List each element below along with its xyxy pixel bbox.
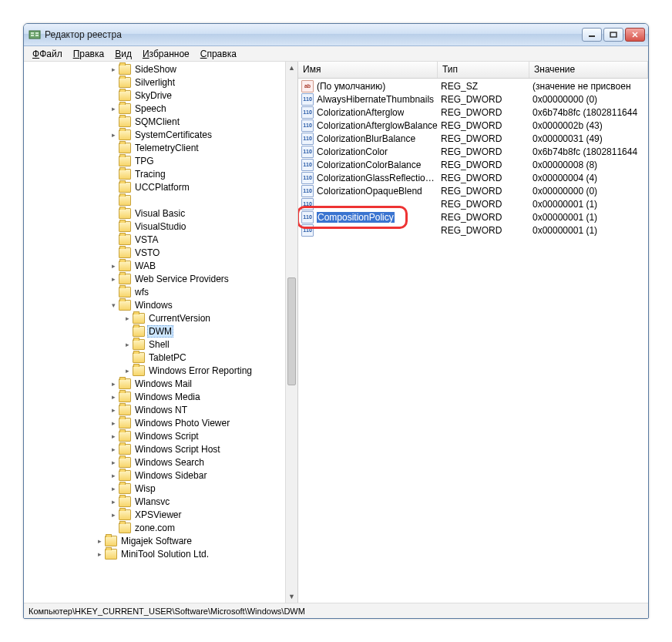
tree-node[interactable]: ▸Web Service Providers [24,272,285,285]
tree-node[interactable]: ▸ [24,193,285,207]
folder-icon [119,234,131,245]
value-row[interactable]: 110ColorizationAfterglowREG_DWORD0x6b74b… [298,106,648,119]
minimize-button[interactable] [582,28,602,42]
col-name[interactable]: Имя [298,62,438,78]
expand-icon[interactable]: ▸ [109,66,118,73]
tree-node[interactable]: ▸Windows Photo Viewer [24,416,285,429]
value-type: REG_DWORD [438,107,529,118]
col-type[interactable]: Тип [438,62,529,78]
tree-node[interactable]: ▸TPG [24,154,285,167]
tree-label: SkyDrive [133,90,173,101]
tree-node[interactable]: ▸Speech [24,102,285,115]
expand-icon[interactable]: ▸ [123,367,132,375]
maximize-button[interactable] [603,28,623,42]
tree-node[interactable]: ▸Windows Search [24,455,285,469]
expand-icon[interactable]: ▸ [109,393,118,401]
tree-node[interactable]: ▸SideShow [24,62,285,76]
value-row[interactable]: 110ColorizationGlassReflectionI...REG_DW… [298,171,648,184]
expand-icon[interactable]: ▸ [109,459,118,466]
folder-icon [119,509,131,520]
tree-node[interactable]: ▸VSTA [24,233,285,246]
dword-value-icon: 110 [301,198,314,210]
tree-node[interactable]: ▸Windows NT [24,403,285,416]
tree-node[interactable]: ▸Windows Sidebar [24,469,285,482]
tree-node[interactable]: ▸Wisp [24,482,285,495]
tree-node[interactable]: ▸VSTO [24,246,285,259]
value-type: REG_DWORD [438,199,529,210]
tree-node[interactable]: ▸Visual Basic [24,207,285,220]
tree-node[interactable]: ▸DWM [24,324,285,338]
expand-icon[interactable]: ▸ [109,432,118,440]
folder-icon [119,169,131,180]
menu-edit[interactable]: Правка [68,47,110,61]
scroll-down-icon[interactable]: ▼ [286,590,297,603]
tree-node[interactable]: ▸Windows Script [24,429,285,442]
expand-icon[interactable]: ▸ [109,262,118,270]
expand-icon[interactable]: ▸ [95,550,104,558]
tree-node[interactable]: ▸UCCPlatform [24,180,285,193]
tree-node[interactable]: ▸Windows Error Reporting [24,364,285,377]
tree-node[interactable]: ▸Windows Script Host [24,442,285,455]
folder-icon [133,365,145,376]
tree-node[interactable]: ▸Wlansvc [24,495,285,508]
expand-icon[interactable]: ▸ [109,445,118,453]
value-row[interactable]: 110REG_DWORD0x00000001 (1) [298,224,648,237]
tree-node[interactable]: ▸SystemCertificates [24,128,285,141]
tree-node[interactable]: ▸XPSViewer [24,508,285,521]
value-row[interactable]: 110ColorizationBlurBalanceREG_DWORD0x000… [298,132,648,145]
expand-icon[interactable]: ▸ [109,419,118,427]
value-row[interactable]: 110CompositionPolicyREG_DWORD0x00000001 … [298,210,648,224]
tree-node[interactable]: ▸Windows Mail [24,377,285,390]
scroll-up-icon[interactable]: ▲ [286,62,297,74]
col-value[interactable]: Значение [529,62,648,78]
close-button[interactable] [625,28,645,42]
tree-node[interactable]: ▸MiniTool Solution Ltd. [24,547,285,560]
menu-file[interactable]: ФФайл [27,47,68,61]
expand-icon[interactable]: ▸ [123,314,132,322]
tree-node[interactable]: ▸SkyDrive [24,89,285,102]
menu-favorites[interactable]: Избранное [137,47,195,61]
expand-icon[interactable]: ▸ [109,485,118,492]
value-row[interactable]: 110ColorizationOpaqueBlendREG_DWORD0x000… [298,184,648,197]
tree-node[interactable]: ▸Windows Media [24,390,285,403]
tree-node[interactable]: ▸SQMClient [24,115,285,128]
tree-node[interactable]: ▸VisualStudio [24,220,285,233]
value-row[interactable]: 110REG_DWORD0x00000001 (1) [298,197,648,210]
expand-icon[interactable]: ▸ [109,105,118,113]
value-row[interactable]: ab(По умолчанию)REG_SZ(значение не присв… [298,79,648,92]
value-row[interactable]: 110ColorizationAfterglowBalanceREG_DWORD… [298,119,648,132]
tree[interactable]: ▸SideShow▸Silverlight▸SkyDrive▸Speech▸SQ… [24,62,285,603]
menu-help[interactable]: Справка [195,47,242,61]
expand-icon[interactable]: ▸ [109,131,118,139]
tree-node[interactable]: ▸TabletPC [24,351,285,364]
tree-node[interactable]: ▸Shell [24,338,285,351]
expand-icon[interactable]: ▸ [109,275,118,283]
expand-icon[interactable]: ▸ [109,472,118,479]
expand-icon[interactable]: ▸ [95,537,104,545]
menu-view[interactable]: Вид [109,47,137,61]
tree-node[interactable]: ▸Silverlight [24,76,285,89]
tree-scrollbar[interactable]: ▲ ▼ [285,62,297,603]
tree-node[interactable]: ▸WAB [24,259,285,272]
scroll-thumb[interactable] [287,277,296,385]
expand-icon[interactable]: ▸ [109,406,118,414]
titlebar[interactable]: Редактор реестра [24,24,648,46]
tree-node[interactable]: ▸TelemetryClient [24,141,285,154]
tree-node[interactable]: ▸Migajek Software [24,534,285,547]
expand-icon[interactable]: ▾ [109,301,118,309]
tree-node[interactable]: ▸wfs [24,285,285,298]
tree-node[interactable]: ▸zone.com [24,521,285,534]
expand-icon[interactable]: ▸ [109,380,118,388]
tree-node[interactable]: ▸Tracing [24,167,285,180]
expand-icon[interactable]: ▸ [109,511,118,519]
tree-node[interactable]: ▸CurrentVersion [24,311,285,324]
expand-icon[interactable]: ▸ [109,498,118,506]
value-row[interactable]: 110ColorizationColorBalanceREG_DWORD0x00… [298,158,648,171]
value-list[interactable]: ab(По умолчанию)REG_SZ(значение не присв… [298,79,648,237]
tree-node[interactable]: ▾Windows [24,298,285,311]
value-row[interactable]: 110ColorizationColorREG_DWORD0x6b74b8fc … [298,145,648,158]
expand-icon[interactable]: ▸ [123,341,132,348]
rename-input[interactable]: CompositionPolicy [317,212,395,223]
value-row[interactable]: 110AlwaysHibernateThumbnailsREG_DWORD0x0… [298,92,648,106]
tree-label: DWM [147,325,173,338]
